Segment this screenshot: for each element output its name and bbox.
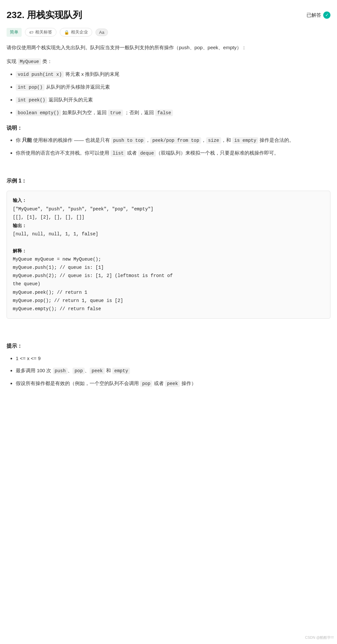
example-box: 输入： ["MyQueue", "push", "push", "peek", … xyxy=(7,191,330,319)
hints-list: 1 <= x <= 9 最多调用 100 次 push、pop、peek 和 e… xyxy=(7,354,330,388)
page-header: 232. 用栈实现队列 已解答 ✓ xyxy=(7,8,330,23)
input-val1: ["MyQueue", "push", "push", "peek", "pop… xyxy=(13,206,153,212)
size-code: size xyxy=(206,137,221,144)
input-label: 输入： xyxy=(13,198,27,203)
output-label: 输出： xyxy=(13,223,27,228)
false-code: false xyxy=(155,110,173,116)
related-company-label: 相关企业 xyxy=(71,29,88,35)
myqueue-code: MyQueue xyxy=(18,58,41,65)
only-bold: 只能 xyxy=(22,137,32,143)
lock-icon: 🔒 xyxy=(64,30,69,35)
example-title: 示例 1： xyxy=(7,177,330,185)
font-size-button[interactable]: Aa xyxy=(95,29,108,36)
explain-line-1: MyQueue myQueue = new MyQueue(); xyxy=(13,257,101,262)
explain-line-3: myQueue.push(2); // queue is: [1, 2] (le… xyxy=(13,273,173,278)
explain-line-2: myQueue.push(1); // queue is: [1] xyxy=(13,265,104,270)
explain-label: 解释： xyxy=(13,248,27,253)
note-2: 你所使用的语言也许不支持栈。你可以使用 list 或者 deque（双端队列）来… xyxy=(16,149,330,158)
methods-list: void push(int x) 将元素 x 推到队列的末尾 int pop()… xyxy=(7,70,330,117)
hint-1: 1 <= x <= 9 xyxy=(16,354,330,363)
method-pop: int pop() 从队列的开头移除并返回元素 xyxy=(16,83,330,92)
empty-code: boolean empty() xyxy=(16,110,61,116)
explain-line-6: myQueue.empty(); // return false xyxy=(13,306,101,311)
pop-desc: 从队列的开头移除并返回元素 xyxy=(46,84,110,90)
notes-list: 你 只能 使用标准的栈操作 —— 也就是只有 push to top，peek/… xyxy=(7,136,330,158)
push-to-top-code: push to top xyxy=(111,137,145,144)
page-title: 232. 用栈实现队列 xyxy=(7,8,82,23)
peek-hint-code: peek xyxy=(90,368,105,374)
hint-3: 假设所有操作都是有效的（例如，一个空的队列不会调用 pop 或者 peek 操作… xyxy=(16,379,330,388)
method-push: void push(int x) 将元素 x 推到队列的末尾 xyxy=(16,70,330,79)
push-hint-code: push xyxy=(53,368,68,374)
explain-line-5: myQueue.pop(); // return 1, queue is [2] xyxy=(13,298,123,303)
push-desc: 将元素 x 推到队列的末尾 xyxy=(65,71,120,77)
difficulty-tag[interactable]: 简单 xyxy=(7,28,22,37)
output-val: [null, null, null, 1, 1, false] xyxy=(13,231,98,237)
note-1: 你 只能 使用标准的栈操作 —— 也就是只有 push to top，peek/… xyxy=(16,136,330,145)
solved-icon: ✓ xyxy=(323,11,330,19)
tag-icon: 🏷 xyxy=(29,30,33,35)
related-tags-button[interactable]: 🏷 相关标签 xyxy=(25,28,56,36)
problem-description: 请你仅使用两个栈实现先入先出队列。队列应当支持一般队列支持的所有操作（push、… xyxy=(7,43,330,52)
true-code: true xyxy=(108,110,123,116)
semicolon-text: ；否则，返回 xyxy=(124,110,155,115)
pop-hint-code: pop xyxy=(73,368,85,374)
solved-label: 已解答 xyxy=(306,11,321,19)
method-peek: int peek() 返回队列开头的元素 xyxy=(16,96,330,104)
myqueue-label: 实现 MyQueue 类： xyxy=(7,57,330,65)
related-tags-label: 相关标签 xyxy=(35,29,52,35)
solved-badge: 已解答 ✓ xyxy=(306,11,330,19)
explain-line-3b: the queue) xyxy=(13,281,40,287)
explain-line-4: myQueue.peek(); // return 1 xyxy=(13,290,87,295)
push-code: void push(int x) xyxy=(16,71,64,78)
related-company-button[interactable]: 🔒 相关企业 xyxy=(60,28,92,36)
peek-hint2-code: peek xyxy=(165,380,180,387)
notes-title: 说明： xyxy=(7,124,330,132)
empty-hint-code: empty xyxy=(112,368,130,374)
peek-pop-code: peek/pop from top xyxy=(150,137,201,144)
tags-row: 简单 🏷 相关标签 🔒 相关企业 Aa xyxy=(7,28,330,37)
is-empty-code: is empty xyxy=(232,137,258,144)
hint-2: 最多调用 100 次 push、pop、peek 和 empty xyxy=(16,366,330,375)
peek-code: int peek() xyxy=(16,97,47,103)
pop-hint2-code: pop xyxy=(140,380,152,387)
pop-code: int pop() xyxy=(16,84,45,91)
list-code: list xyxy=(111,150,126,157)
hints-title: 提示： xyxy=(7,342,330,350)
deque-code: deque xyxy=(138,150,156,157)
method-empty: boolean empty() 如果队列为空，返回 true ；否则，返回 fa… xyxy=(16,108,330,117)
input-val2: [[], [1], [2], [], [], []] xyxy=(13,215,84,220)
empty-desc: 如果队列为空，返回 xyxy=(62,110,108,115)
peek-desc: 返回队列开头的元素 xyxy=(49,97,93,102)
